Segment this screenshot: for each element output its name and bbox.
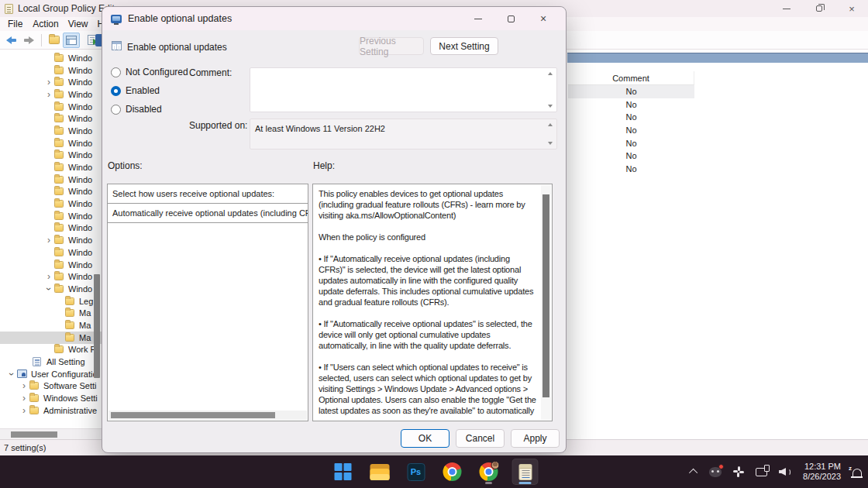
previous-setting-button[interactable]: Previous Setting	[359, 37, 424, 55]
optional-updates-dropdown[interactable]: Automatically receive optional updates (…	[108, 204, 308, 223]
tree-chevron-icon[interactable]: ›	[43, 235, 54, 246]
scrollbar-thumb[interactable]	[11, 431, 57, 438]
chrome-button[interactable]	[439, 459, 466, 485]
tree-chevron-icon[interactable]: ›	[43, 89, 54, 100]
dialog-minimize-button[interactable]	[462, 7, 494, 30]
tree-item[interactable]: Windo	[0, 125, 102, 137]
ok-button[interactable]: OK	[401, 429, 450, 448]
up-one-level-button[interactable]	[46, 33, 63, 48]
scroll-down-icon[interactable]	[548, 142, 553, 145]
tree-item[interactable]: Ma	[0, 307, 102, 319]
dialog-maximize-button[interactable]	[494, 7, 527, 30]
notification-bell-icon[interactable]: z	[852, 469, 862, 477]
next-setting-button[interactable]: Next Setting	[430, 37, 498, 55]
tree-item[interactable]: › Windo	[0, 88, 102, 101]
tree-item[interactable]: Windo	[0, 64, 102, 77]
setting-row[interactable]: No	[568, 98, 694, 112]
tree-chevron-icon[interactable]: ›	[43, 77, 54, 88]
comment-textarea[interactable]	[250, 67, 557, 112]
scrollbar-thumb[interactable]	[542, 194, 549, 397]
tree-horizontal-scrollbar[interactable]	[0, 428, 102, 439]
tree-item[interactable]: Windo	[0, 210, 102, 222]
scroll-down-icon[interactable]	[548, 105, 553, 108]
taskbar-clock[interactable]: 12:31 PM 8/26/2023	[803, 462, 841, 482]
tree-item[interactable]: Windo	[0, 222, 102, 235]
show-console-tree-button[interactable]	[63, 33, 80, 48]
tree-item[interactable]: Windo	[0, 259, 102, 271]
hidden-icons-chevron-icon[interactable]	[689, 469, 698, 477]
restore-button[interactable]	[803, 0, 835, 17]
tree-item[interactable]: › Windows Setti	[0, 392, 102, 404]
close-button[interactable]: ×	[835, 0, 868, 17]
tree-item[interactable]: › Administrative	[0, 404, 102, 417]
apply-button[interactable]: Apply	[511, 429, 560, 448]
radio-button-icon[interactable]	[111, 86, 121, 96]
tree-item[interactable]: › Windo	[0, 283, 102, 295]
minimize-button[interactable]	[770, 0, 803, 17]
forward-button[interactable]	[20, 33, 37, 48]
tree-item[interactable]: › Software Setti	[0, 380, 102, 393]
file-explorer-button[interactable]	[367, 459, 393, 485]
tree-chevron-icon[interactable]: ›	[43, 284, 54, 294]
setting-row[interactable]: No	[568, 149, 694, 163]
menu-item[interactable]: View	[67, 19, 90, 29]
tree-item[interactable]: All Setting	[0, 356, 102, 368]
tree-item[interactable]: Ma	[0, 319, 102, 332]
tree-item[interactable]: Windo	[0, 174, 102, 186]
tree-item[interactable]: Work F	[0, 344, 102, 356]
scroll-up-icon[interactable]	[548, 123, 553, 126]
radio-button-icon[interactable]	[111, 67, 121, 77]
radio-option[interactable]: Not Configured	[111, 63, 188, 81]
pinwheel-app-icon[interactable]	[733, 466, 744, 477]
tree-item[interactable]: Windo	[0, 198, 102, 210]
tree-item[interactable]: Windo	[0, 246, 102, 259]
dialog-close-button[interactable]: ×	[527, 7, 560, 30]
tree-item[interactable]: Leg	[0, 295, 102, 308]
chrome-profile-button[interactable]	[476, 459, 502, 485]
cancel-button[interactable]: Cancel	[456, 429, 505, 448]
tree-item[interactable]: › User Configuratio	[0, 368, 102, 380]
tree-item[interactable]: Windo	[0, 101, 102, 113]
tree-item[interactable]: Windo	[0, 186, 102, 198]
photoshop-button[interactable]: Ps	[403, 459, 429, 485]
scroll-up-icon[interactable]	[548, 72, 553, 75]
tree-chevron-icon[interactable]: ›	[43, 271, 54, 282]
tree-chevron-icon[interactable]: ›	[6, 369, 17, 380]
setting-row[interactable]: No	[568, 136, 694, 149]
tree-chevron-icon[interactable]: ›	[19, 405, 29, 416]
discord-icon[interactable]	[709, 467, 722, 477]
tree-vertical-scrollbar[interactable]	[94, 274, 100, 378]
comment-column-header[interactable]: Comment	[568, 71, 694, 85]
tree-item[interactable]: Ma	[0, 332, 102, 344]
tree-item[interactable]: Windo	[0, 137, 102, 149]
setting-row[interactable]: No	[568, 163, 694, 176]
tree-item[interactable]: Windo	[0, 112, 102, 125]
setting-row[interactable]: No	[568, 124, 694, 137]
tree-item[interactable]: › Windo	[0, 76, 102, 88]
tree-item[interactable]: › Windo	[0, 234, 102, 246]
menu-item[interactable]: File	[6, 19, 24, 29]
setting-row[interactable]: No	[568, 111, 694, 124]
supported-on-scrollbar[interactable]	[546, 121, 555, 147]
start-button[interactable]	[330, 459, 356, 485]
help-vertical-scrollbar[interactable]	[541, 185, 551, 420]
radio-option[interactable]: Enabled	[111, 81, 188, 100]
tree-item[interactable]: Windo	[0, 161, 102, 174]
tree-chevron-icon[interactable]: ›	[19, 393, 29, 404]
radio-button-icon[interactable]	[111, 105, 121, 115]
tree-item[interactable]: › Windo	[0, 270, 102, 283]
setting-row[interactable]: No	[568, 85, 694, 98]
display-cast-icon[interactable]	[756, 468, 767, 476]
menu-item[interactable]: Action	[31, 19, 60, 29]
volume-icon[interactable]	[779, 467, 791, 477]
clipped-toolbar-icon[interactable]	[95, 34, 102, 46]
radio-option[interactable]: Disabled	[111, 100, 188, 119]
comment-scrollbar[interactable]	[546, 70, 555, 110]
back-button[interactable]	[3, 33, 20, 48]
options-horizontal-scrollbar[interactable]	[108, 411, 307, 420]
tree-item[interactable]: Windo	[0, 52, 102, 64]
group-policy-editor-button[interactable]	[512, 459, 539, 485]
tree-item[interactable]: Windo	[0, 149, 102, 162]
scrollbar-thumb[interactable]	[111, 412, 275, 418]
tree-chevron-icon[interactable]: ›	[19, 380, 29, 391]
